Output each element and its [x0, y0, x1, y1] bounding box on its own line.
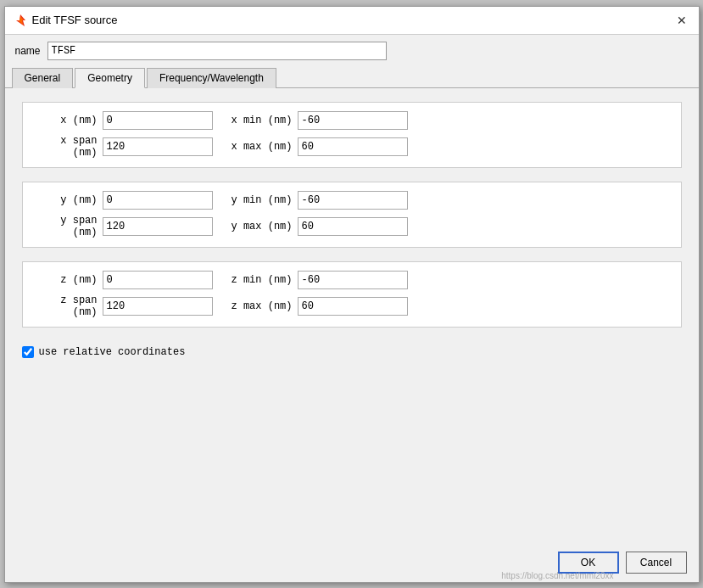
z-min-input[interactable] — [298, 271, 408, 289]
z-max-label: z max (nm) — [230, 300, 298, 312]
tab-general[interactable]: General — [12, 68, 74, 88]
z-label: z (nm) — [35, 274, 103, 286]
x-min-input[interactable] — [298, 111, 408, 130]
z-span-row: z span (nm) z max (nm) — [35, 294, 669, 318]
edit-tfsf-dialog: Edit TFSF source ✕ name General Geometry… — [4, 6, 700, 583]
z-row: z (nm) z min (nm) — [35, 271, 669, 289]
y-max-label: y max (nm) — [230, 221, 298, 232]
x-max-input[interactable] — [298, 137, 408, 156]
tab-geometry[interactable]: Geometry — [75, 68, 145, 88]
title-bar: Edit TFSF source ✕ — [5, 7, 699, 35]
close-button[interactable]: ✕ — [673, 12, 690, 29]
tab-frequency[interactable]: Frequency/Wavelength — [147, 68, 276, 88]
name-row: name — [5, 35, 699, 67]
x-span-input[interactable] — [103, 137, 213, 156]
name-input[interactable] — [47, 42, 387, 60]
y-span-input[interactable] — [103, 217, 213, 236]
x-span-row: x span (nm) x max (nm) — [35, 135, 669, 159]
relative-coords-row: use relative coordinates — [22, 341, 682, 363]
y-input[interactable] — [103, 191, 213, 210]
dialog-title: Edit TFSF source — [32, 14, 118, 26]
z-coord-group: z (nm) z min (nm) z span (nm) z max (nm) — [22, 261, 682, 328]
title-bar-left: Edit TFSF source — [14, 14, 118, 27]
y-max-input[interactable] — [298, 217, 408, 236]
relative-coords-label: use relative coordinates — [39, 346, 186, 358]
y-min-label: y min (nm) — [230, 194, 298, 206]
y-coord-group: y (nm) y min (nm) y span (nm) y max (nm) — [22, 182, 682, 248]
z-span-input[interactable] — [103, 297, 213, 316]
y-label: y (nm) — [35, 194, 103, 206]
tabs-bar: General Geometry Frequency/Wavelength — [5, 67, 699, 88]
y-span-row: y span (nm) y max (nm) — [35, 215, 669, 238]
y-min-input[interactable] — [298, 191, 408, 210]
x-min-label: x min (nm) — [230, 115, 298, 126]
relative-coords-checkbox[interactable] — [22, 346, 34, 358]
app-icon — [14, 14, 27, 27]
name-label: name — [15, 45, 41, 57]
x-span-label: x span (nm) — [35, 135, 103, 159]
z-input[interactable] — [103, 271, 213, 289]
z-max-input[interactable] — [298, 297, 408, 316]
geometry-tab-content: x (nm) x min (nm) x span (nm) x max (nm)… — [5, 88, 699, 377]
z-span-label: z span (nm) — [35, 294, 103, 318]
x-row: x (nm) x min (nm) — [35, 111, 669, 130]
x-max-label: x max (nm) — [230, 141, 298, 153]
y-span-label: y span (nm) — [35, 215, 103, 238]
x-label: x (nm) — [35, 115, 103, 126]
x-input[interactable] — [103, 111, 213, 130]
cancel-button[interactable]: Cancel — [626, 552, 687, 574]
x-coord-group: x (nm) x min (nm) x span (nm) x max (nm) — [22, 102, 682, 168]
watermark-text: https://blog.csdn.net/mmi20xx — [501, 571, 613, 580]
y-row: y (nm) y min (nm) — [35, 191, 669, 210]
z-min-label: z min (nm) — [230, 274, 298, 286]
